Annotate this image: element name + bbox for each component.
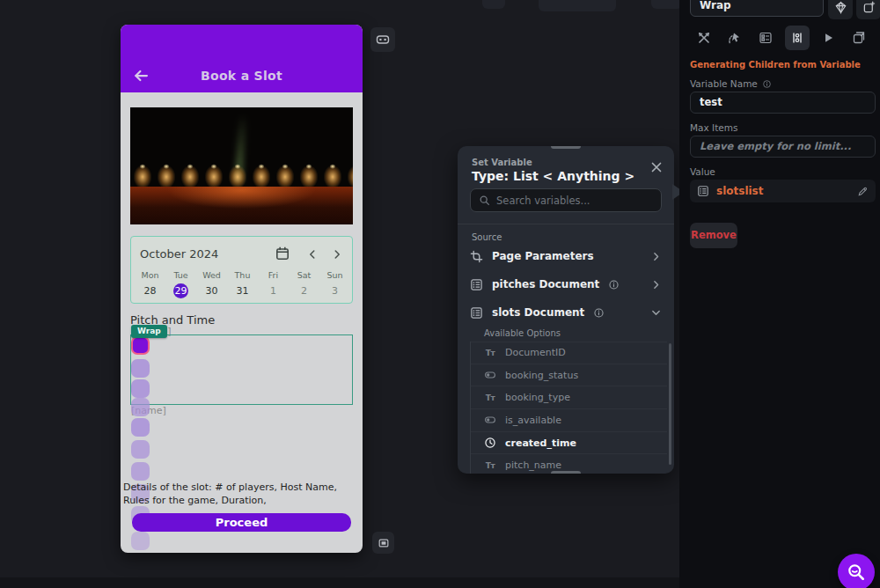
info-icon [608,279,620,290]
info-icon [762,79,772,89]
prev-month-icon[interactable] [306,247,319,260]
gem-button[interactable] [828,0,853,19]
option-documentid[interactable]: DocumentID [471,342,667,364]
slot-chip[interactable] [131,379,150,398]
date-cell[interactable]: 1 [258,283,289,298]
variable-name-label: Variable Name [690,78,772,89]
max-items-input[interactable]: Leave empty for no limit... [690,136,876,158]
widget-name-input[interactable]: Wrap [690,0,824,17]
slot-details-text: Details of the slot: # of players, Host … [123,481,357,507]
toggle-type-icon [484,369,496,381]
page-title: Book a Slot [121,69,363,83]
date-cell[interactable]: 3 [319,283,350,298]
chevron-right-icon [650,251,662,262]
chevron-right-icon [650,279,662,290]
tent-row [130,157,353,189]
value-label: Value [690,166,715,177]
add-component-button[interactable] [856,0,880,19]
panel-scrollbar[interactable] [669,343,671,465]
magnifier-icon [847,562,866,582]
panel-drag-handle-top[interactable] [551,146,581,149]
desert-camp-image [130,107,353,224]
pitch-chip[interactable] [131,462,150,481]
list-check-icon [759,31,773,45]
pitch-chip[interactable] [131,532,150,550]
option-is-available[interactable]: is_available [471,409,667,432]
source-slots-document[interactable]: slots Document [470,301,662,324]
selected-widget-badge: Wrap [131,325,167,338]
source-pitches-document[interactable]: pitches Document [470,273,662,296]
pitch-chip[interactable] [131,418,150,437]
weekday: Wed [196,270,227,280]
tab-properties[interactable] [753,26,778,50]
value-field[interactable]: slotslist [690,180,876,202]
toolbar-stub [482,0,505,9]
weekday: Sat [289,270,319,280]
tab-design-tools[interactable] [692,26,716,50]
tab-export[interactable] [847,26,871,50]
weekday: Tue [165,270,196,280]
canvas-toggle-button[interactable] [370,27,395,52]
copy-arrow-icon [852,31,866,45]
info-icon [593,307,605,319]
list-value-icon [697,185,709,197]
monitor-icon [378,537,390,549]
properties-sidebar: Wrap Generat [679,0,880,588]
date-row: 28 29 30 31 1 2 3 [135,283,350,298]
text-type-icon [484,461,496,470]
canvas-bottom-edge [0,577,679,588]
remove-button[interactable]: Remove [690,223,737,248]
option-created-time[interactable]: created_time [471,432,667,455]
search-variables-input[interactable]: Search variables... [470,188,662,212]
phone-preview: Book a Slot October 2024 Mon [121,25,363,553]
tab-actions[interactable] [722,26,747,50]
wrap-selection-outline [130,334,353,405]
inspector-tabs [688,25,875,51]
search-placeholder: Search variables... [496,195,590,207]
frame-button[interactable] [372,532,394,554]
tab-generate-children[interactable] [785,26,810,50]
close-icon[interactable] [649,160,664,174]
source-page-parameters[interactable]: Page Parameters [470,245,662,268]
text-type-icon [484,349,496,357]
max-items-label: Max Items [690,122,737,133]
zoom-fab[interactable] [838,554,875,588]
page-parameters-icon [470,250,483,263]
variable-name-input[interactable]: test [690,92,876,114]
panel-drag-handle-bottom[interactable] [551,471,581,474]
panel-title: Type: List < Anything > [472,169,634,183]
divider [458,224,674,224]
calendar-icon[interactable] [275,246,290,261]
date-cell[interactable]: 31 [227,283,258,298]
proceed-button[interactable]: Proceed [132,513,351,532]
pitch-chip[interactable] [131,440,150,459]
value-variable-name: slotslist [716,185,763,197]
tab-preview[interactable] [816,26,840,50]
date-cell[interactable]: 30 [196,283,227,298]
app-builder-window: Book a Slot October 2024 Mon [0,0,880,588]
ground-glow [130,187,353,224]
option-booking-status[interactable]: booking_status [471,364,667,387]
option-booking-type[interactable]: booking_type [471,386,667,409]
document-icon [470,278,483,291]
panel-eyebrow: Set Variable [472,158,532,167]
date-cell[interactable]: 28 [135,283,165,298]
slot-chip[interactable] [131,398,150,416]
toolbar-stub [651,0,683,9]
slot-chip[interactable] [131,359,150,378]
set-variable-panel: Set Variable Type: List < Anything > Sea… [458,146,674,474]
source-section-label: Source [472,232,502,242]
next-month-icon[interactable] [331,247,343,260]
weekday-row: Mon Tue Wed Thu Fri Sat Sun [135,270,350,280]
calendar-widget: October 2024 Mon Tue Wed Thu Fri Sat [130,236,353,304]
document-icon [470,306,483,320]
edit-pencil-icon [857,186,869,197]
weekday: Sun [319,270,350,280]
weekday: Thu [227,270,258,280]
toggle-type-icon [484,414,496,426]
weekday: Fri [258,270,289,280]
date-cell[interactable]: 2 [289,283,319,298]
text-type-icon [484,393,496,402]
date-cell-selected[interactable]: 29 [165,283,196,298]
slot-chip-selected[interactable] [131,336,150,355]
